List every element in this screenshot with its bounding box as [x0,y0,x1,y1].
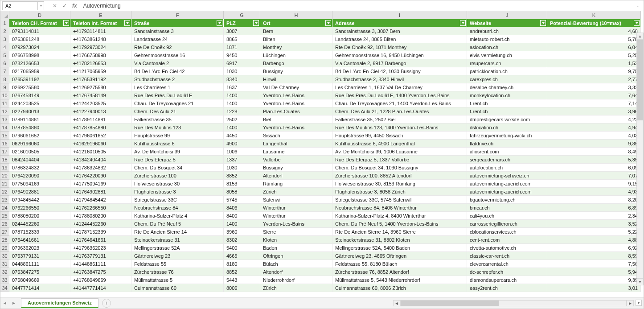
cell-h-26[interactable]: Yverdon-Les-Bains [260,220,332,228]
cell-j-8[interactable]: carexpres.ch [467,75,547,83]
cell-k-20[interactable]: 7,07 [547,172,641,180]
row-header-3[interactable]: 3 [0,35,9,43]
row-header-14[interactable]: 14 [0,124,9,132]
cell-e-9[interactable]: +41269275580 [70,83,131,91]
cell-g-18[interactable]: 1337 [224,156,260,164]
cell-i-15[interactable]: Hauptstrasse 99, 4450 Sissach [332,132,467,140]
scroll-down-icon[interactable]: ▼ [636,278,644,285]
cell-h-13[interactable]: Biel [260,115,332,124]
cell-h-16[interactable]: Langenthal [260,140,332,148]
cell-e-33[interactable]: +41768049669 [70,276,131,284]
cell-e-34[interactable]: +41447771414 [70,284,131,292]
cell-d-5[interactable]: 0766758998 [9,51,70,59]
cell-i-22[interactable]: Flughafenstrasse 3, 8058 Zürich [332,188,467,196]
cell-g-34[interactable]: 8006 [224,284,260,292]
row-header-32[interactable]: 32 [0,268,9,276]
cell-k-28[interactable]: 4,88 [547,236,641,244]
horizontal-scrollbar[interactable]: ◀ ▶ [393,300,634,307]
cell-f-30[interactable]: Gärtnereiweg 23 [131,252,224,260]
cell-k-11[interactable]: 7,14 [547,99,641,107]
cell-f-7[interactable]: Bd De L'Arc-En-Ciel 42 [131,67,224,75]
cell-k-29[interactable]: 6,92 [547,244,641,252]
cell-j-22[interactable]: autovermietung-zuerich.com [467,188,547,196]
cell-g-14[interactable]: 1400 [224,124,260,132]
cell-e-15[interactable]: +41796061652 [70,132,131,140]
cell-h-15[interactable]: Sissach [260,132,332,140]
table-header-j[interactable]: Webseite [467,19,547,27]
cell-f-10[interactable]: Rue Des Prés-Du-Lac 61E [131,91,224,99]
cell-d-15[interactable]: 0796061652 [9,132,70,140]
cell-j-13[interactable]: dmprestigecars.wixsite.com [467,115,547,124]
cell-f-18[interactable]: Rue Des Eterpaz 5 [131,156,224,164]
cell-d-23[interactable]: 0794845442 [9,196,70,204]
cell-j-12[interactable]: t-rent.ch [467,107,547,115]
cell-h-24[interactable]: Winterthur [260,204,332,212]
cell-f-6[interactable]: Via Cantonale 2 [131,59,224,67]
cell-k-27[interactable]: 5,22 [547,228,641,236]
cell-i-17[interactable]: Av. De Montchoisi 39, 1006 Lausanne [332,148,467,156]
cell-g-16[interactable]: 4900 [224,140,260,148]
cell-e-10[interactable]: +41767458149 [70,91,131,99]
cell-k-2[interactable]: 4,68 [547,27,641,35]
cell-g-7[interactable]: 1030 [224,67,260,75]
col-header-G[interactable]: G [224,11,260,19]
vertical-scrollbar[interactable]: ▲ ▼ [636,33,644,285]
cell-j-21[interactable]: autovermietung-zuerich.com [467,180,547,188]
cell-h-19[interactable]: Bussigny [260,164,332,172]
cell-f-5[interactable]: Gehrenmoosstrasse 16 [131,51,224,59]
filter-dropdown-icon[interactable] [253,20,259,26]
table-header-k[interactable]: Potenzial-Bewertung (10=max) [547,19,641,27]
cell-i-5[interactable]: Gehrenmoosstrasse 16, 9450 Lüchingen [332,51,467,59]
cell-g-33[interactable]: 5443 [224,276,260,284]
cell-i-11[interactable]: Chau. De Treycovagnes 21, 1400 Yverdon-L… [332,99,467,107]
table-header-g[interactable]: PLZ [224,19,260,27]
cell-k-34[interactable]: 3,01 [547,284,641,292]
cell-k-22[interactable]: 4,93 [547,188,641,196]
row-header-15[interactable]: 15 [0,132,9,140]
cell-d-11[interactable]: 0244203525 [9,99,70,107]
cell-h-29[interactable]: Baden [260,244,332,252]
cell-f-17[interactable]: Av. De Montchoisi 39 [131,148,224,156]
cell-g-17[interactable]: 1006 [224,148,260,156]
cell-f-26[interactable]: Chem. Du Pré Neuf 5 [131,220,224,228]
cell-k-25[interactable]: 2,34 [547,212,641,220]
cell-e-19[interactable]: +41786324832 [70,164,131,172]
cell-i-33[interactable]: Mülimattstrasse 5, 5443 Niederrohrdorf [332,276,467,284]
cell-h-21[interactable]: Rümlang [260,180,332,188]
filter-dropdown-icon[interactable] [217,20,222,26]
row-header-13[interactable]: 13 [0,115,9,124]
select-all-corner[interactable] [0,11,9,19]
cell-k-12[interactable]: 3,96 [547,107,641,115]
cell-e-5[interactable]: +41766758998 [70,51,131,59]
cell-f-20[interactable]: Zürcherstrasse 100 [131,172,224,180]
cell-i-29[interactable]: Mellingerstrasse 52A, 5400 Baden [332,244,467,252]
cell-i-8[interactable]: Studbachstrasse 2, 8340 Hinwil [332,75,467,83]
cell-e-11[interactable]: +41244203525 [70,99,131,107]
cell-i-6[interactable]: Via Cantonale 2, 6917 Barbengo [332,59,467,67]
cell-d-20[interactable]: 0764220090 [9,172,70,180]
col-header-H[interactable]: H [260,11,332,19]
cell-j-15[interactable]: fahrzeugvermietung-wicki.ch [467,132,547,140]
cell-e-6[interactable]: +41782126653 [70,59,131,67]
cell-d-12[interactable]: 0227940013 [9,107,70,115]
cell-d-2[interactable]: 0793114811 [9,27,70,35]
row-header-7[interactable]: 7 [0,67,9,75]
cell-j-29[interactable]: civetta-automotive.ch [467,244,547,252]
cell-d-21[interactable]: 0775094169 [9,180,70,188]
filter-dropdown-icon[interactable] [63,20,69,26]
cell-g-3[interactable]: 8865 [224,35,260,43]
cell-h-30[interactable]: Oftringen [260,252,332,260]
cell-e-23[interactable]: +41794845442 [70,196,131,204]
cell-g-9[interactable]: 1637 [224,83,260,91]
cell-j-19[interactable]: autolocation.ch [467,164,547,172]
cell-g-26[interactable]: 1400 [224,220,260,228]
row-header-28[interactable]: 28 [0,236,9,244]
cancel-icon[interactable]: ✕ [51,2,59,10]
cell-e-18[interactable]: +41842404404 [70,156,131,164]
cell-i-32[interactable]: Zürcherstrasse 76, 8852 Altendorf [332,268,467,276]
cell-k-31[interactable]: 7,56 [547,260,641,268]
cell-h-11[interactable]: Yverdon-Les-Bains [260,99,332,107]
cell-g-21[interactable]: 8153 [224,180,260,188]
table-header-h[interactable]: Ort [260,19,332,27]
cell-f-2[interactable]: Sandrainstrasse 3 [131,27,224,35]
